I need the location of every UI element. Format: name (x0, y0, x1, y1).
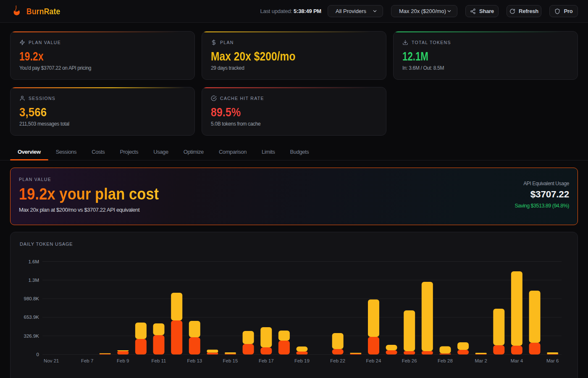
svg-text:Feb 24: Feb 24 (366, 358, 381, 363)
svg-text:1.3M: 1.3M (28, 278, 39, 283)
svg-text:980.8K: 980.8K (24, 296, 39, 301)
svg-text:Feb 22: Feb 22 (330, 358, 345, 363)
svg-text:Mar 4: Mar 4 (511, 358, 523, 363)
svg-text:Feb 11: Feb 11 (152, 358, 166, 363)
svg-text:Feb 9: Feb 9 (117, 358, 129, 363)
svg-text:0: 0 (37, 352, 39, 357)
svg-text:1.6M: 1.6M (28, 259, 39, 264)
svg-text:326.9K: 326.9K (24, 333, 39, 339)
svg-text:653.9K: 653.9K (24, 315, 39, 320)
svg-text:Feb 26: Feb 26 (402, 358, 417, 363)
svg-text:Feb 28: Feb 28 (438, 358, 453, 363)
svg-text:Feb 7: Feb 7 (81, 358, 93, 363)
svg-text:Feb 17: Feb 17 (259, 358, 274, 363)
svg-text:Nov 21: Nov 21 (44, 358, 59, 363)
svg-text:Feb 15: Feb 15 (223, 358, 238, 363)
svg-text:Mar 6: Mar 6 (546, 358, 559, 363)
svg-text:Mar 2: Mar 2 (475, 358, 487, 363)
svg-text:Feb 13: Feb 13 (187, 358, 202, 363)
svg-text:Feb 19: Feb 19 (294, 358, 310, 363)
